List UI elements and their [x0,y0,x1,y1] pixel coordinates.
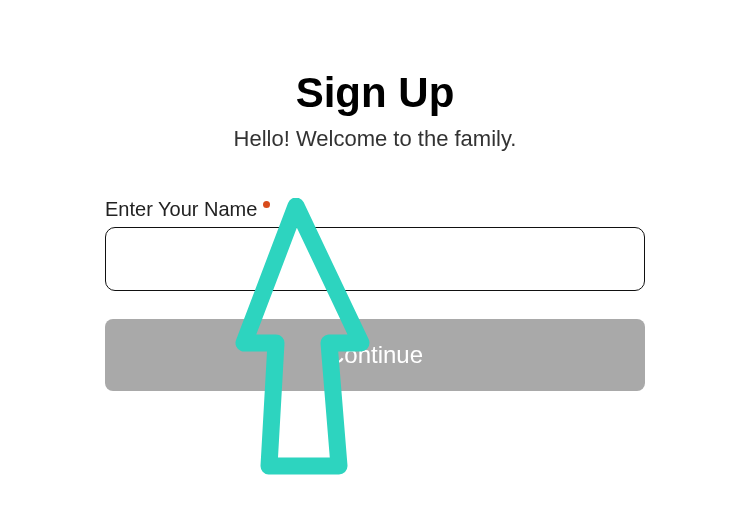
required-indicator-icon [263,201,270,208]
signup-container: Sign Up Hello! Welcome to the family. En… [105,0,645,391]
signup-form: Enter Your Name Continue [105,198,645,391]
page-title: Sign Up [105,70,645,116]
continue-button[interactable]: Continue [105,319,645,391]
name-input[interactable] [105,227,645,291]
name-label-row: Enter Your Name [105,198,270,221]
page-subtitle: Hello! Welcome to the family. [105,126,645,152]
name-label: Enter Your Name [105,198,257,221]
